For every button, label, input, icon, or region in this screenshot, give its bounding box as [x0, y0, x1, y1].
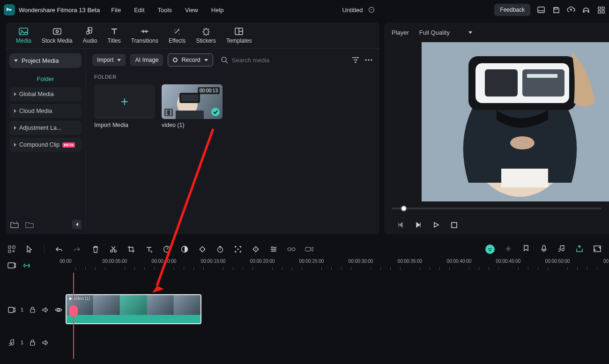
link-icon[interactable] — [287, 245, 296, 253]
tab-titles[interactable]: Titles — [107, 27, 120, 44]
feedback-button[interactable]: Feedback — [494, 4, 530, 16]
delete-icon[interactable] — [91, 245, 100, 253]
menu-file[interactable]: File — [111, 7, 121, 14]
timeline-ruler[interactable]: 00:0000:00:05:0000:00:10:0000:00:15:0000… — [66, 259, 609, 273]
menu-edit[interactable]: Edit — [134, 7, 144, 14]
save-icon[interactable] — [552, 6, 560, 14]
tab-audio[interactable]: Audio — [83, 27, 97, 44]
folder-icon[interactable] — [24, 219, 35, 230]
undo-icon[interactable] — [55, 245, 63, 253]
mic-icon[interactable] — [540, 245, 548, 253]
next-frame-icon[interactable] — [414, 221, 423, 229]
marker-icon[interactable] — [522, 245, 530, 253]
expand-icon[interactable] — [593, 245, 602, 253]
svg-rect-56 — [305, 247, 311, 251]
adjust-icon[interactable] — [269, 245, 278, 253]
import-media-label: Import Media — [94, 122, 155, 128]
sidebar-project-media[interactable]: Project Media — [9, 53, 82, 68]
tab-effects[interactable]: Effects — [169, 27, 186, 44]
playhead-handle[interactable] — [69, 305, 78, 317]
sidebar-global-media[interactable]: Global Media — [9, 87, 82, 101]
timeline-media-icon[interactable] — [7, 261, 16, 270]
sidebar-collapse-button[interactable] — [72, 220, 82, 229]
audio-track-mute-icon[interactable] — [41, 338, 50, 347]
timeline-unlink-icon[interactable] — [22, 261, 31, 270]
cursor-tool-icon[interactable] — [25, 245, 34, 253]
track-visible-icon[interactable] — [54, 305, 63, 314]
cloud-upload-icon[interactable] — [567, 6, 575, 14]
sidebar-folder-active[interactable]: Folder — [9, 73, 82, 87]
tab-transitions[interactable]: Transitions — [131, 27, 158, 44]
duration-badge: 00:00:13 — [198, 87, 220, 94]
menu-help[interactable]: Help — [211, 7, 224, 14]
folder-section-label: FOLDER — [86, 71, 379, 84]
layout-icon[interactable] — [537, 6, 545, 14]
player-scrubber[interactable] — [384, 201, 609, 215]
chevron-down-icon — [468, 31, 472, 34]
mask-icon[interactable] — [252, 245, 260, 253]
svg-rect-30 — [501, 169, 548, 187]
crop-icon[interactable] — [127, 245, 135, 253]
text-tool-icon[interactable] — [145, 245, 153, 253]
search-input[interactable] — [232, 57, 347, 64]
chevron-down-icon — [204, 59, 208, 61]
new-folder-icon[interactable] — [9, 219, 20, 230]
titles-icon — [109, 27, 119, 36]
quality-dropdown[interactable]: Full Quality — [417, 27, 483, 38]
svg-rect-8 — [602, 11, 604, 13]
ai-assist-icon[interactable] — [485, 245, 495, 254]
prev-frame-icon[interactable] — [396, 221, 405, 229]
speed-icon[interactable] — [163, 245, 171, 253]
grid-apps-icon[interactable] — [597, 6, 605, 14]
redo-icon[interactable] — [73, 245, 81, 253]
svg-rect-33 — [485, 69, 518, 97]
tab-stock-media[interactable]: Stock Media — [42, 27, 73, 44]
filter-icon[interactable] — [351, 56, 360, 64]
timer-icon[interactable] — [216, 245, 224, 253]
camera-icon[interactable] — [305, 245, 313, 253]
tab-media[interactable]: Media — [16, 27, 31, 44]
keyframe-icon[interactable] — [198, 245, 207, 253]
sidebar-adjustment-layer[interactable]: Adjustment La... — [9, 121, 82, 135]
svg-point-58 — [490, 248, 491, 249]
record-dropdown[interactable]: Record — [168, 53, 213, 67]
media-thumb-video1-label: video (1) — [162, 122, 223, 128]
sparkle-icon[interactable] — [504, 245, 512, 253]
timeline-clip-video1[interactable]: video (1) — [66, 294, 201, 324]
svg-rect-54 — [288, 248, 291, 251]
focus-icon[interactable] — [234, 245, 242, 253]
chevron-left-icon — [76, 223, 78, 226]
clip-label: video (1) — [74, 296, 90, 301]
audio-track-icon — [7, 338, 16, 347]
ai-image-button[interactable]: AI Image — [130, 54, 163, 66]
media-thumb-video1[interactable]: 00:00:13 — [162, 84, 223, 119]
filmstrip-icon — [164, 109, 173, 116]
color-icon[interactable] — [180, 245, 189, 253]
track-lock-icon[interactable] — [28, 305, 37, 314]
import-dropdown[interactable]: Import — [92, 54, 126, 66]
play-icon[interactable] — [432, 221, 440, 229]
sidebar-cloud-media[interactable]: Cloud Media — [9, 104, 82, 118]
menu-view[interactable]: View — [185, 7, 198, 14]
tab-stickers[interactable]: Stickers — [196, 27, 216, 44]
scrub-handle[interactable] — [401, 206, 407, 211]
render-icon[interactable] — [575, 245, 584, 253]
tab-templates[interactable]: Templates — [226, 27, 252, 44]
menu-tools[interactable]: Tools — [158, 7, 172, 14]
audio-icon — [85, 27, 95, 36]
audio-track-lock-icon[interactable] — [28, 338, 37, 347]
effects-icon — [172, 27, 182, 36]
templates-icon — [234, 27, 244, 36]
split-icon[interactable] — [109, 245, 118, 253]
audio-mix-icon[interactable] — [557, 245, 566, 253]
headphones-icon[interactable] — [582, 6, 590, 14]
sidebar-compound-clip[interactable]: Compound ClipBETA — [9, 138, 82, 152]
more-icon[interactable] — [364, 56, 373, 64]
stop-icon[interactable] — [450, 221, 458, 229]
track-mute-icon[interactable] — [41, 305, 50, 314]
svg-line-17 — [226, 61, 228, 63]
svg-point-19 — [368, 59, 369, 60]
import-media-tile[interactable]: + — [94, 84, 155, 119]
add-track-icon[interactable] — [7, 245, 16, 253]
sidebar-global-label: Global Media — [19, 91, 54, 97]
